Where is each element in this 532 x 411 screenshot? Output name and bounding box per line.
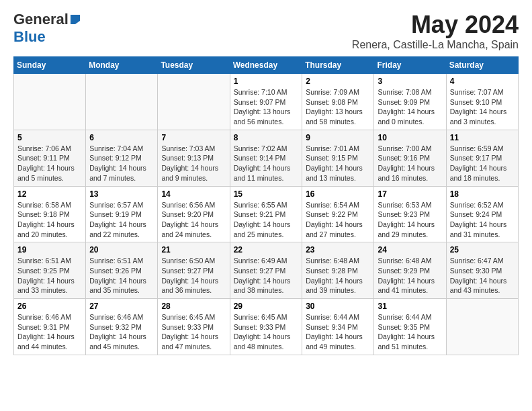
day-number: 28: [161, 302, 226, 311]
day-info: Sunrise: 7:06 AM Sunset: 9:11 PM Dayligh…: [17, 144, 82, 183]
calendar-cell: 28Sunrise: 6:45 AM Sunset: 9:33 PM Dayli…: [158, 299, 230, 355]
calendar-cell: 26Sunrise: 6:46 AM Sunset: 9:31 PM Dayli…: [14, 299, 86, 355]
calendar-cell: 3Sunrise: 7:08 AM Sunset: 9:09 PM Daylig…: [374, 74, 446, 130]
day-info: Sunrise: 7:07 AM Sunset: 9:10 PM Dayligh…: [450, 87, 515, 127]
day-number: 1: [234, 77, 299, 86]
day-info: Sunrise: 6:47 AM Sunset: 9:30 PM Dayligh…: [450, 256, 515, 295]
day-info: Sunrise: 6:51 AM Sunset: 9:26 PM Dayligh…: [89, 256, 154, 295]
day-info: Sunrise: 6:52 AM Sunset: 9:24 PM Dayligh…: [450, 200, 515, 240]
calendar-cell: 12Sunrise: 6:58 AM Sunset: 9:18 PM Dayli…: [14, 186, 86, 242]
calendar-cell: 13Sunrise: 6:57 AM Sunset: 9:19 PM Dayli…: [86, 186, 158, 242]
day-number: 19: [17, 245, 82, 255]
day-number: 8: [234, 133, 299, 142]
header: General Blue May 2024 Renera, Castille-L…: [13, 11, 519, 51]
day-info: Sunrise: 6:51 AM Sunset: 9:25 PM Dayligh…: [17, 256, 82, 295]
weekday-header-sunday: Sunday: [14, 57, 86, 74]
day-info: Sunrise: 6:46 AM Sunset: 9:32 PM Dayligh…: [89, 312, 154, 352]
calendar-cell: 4Sunrise: 7:07 AM Sunset: 9:10 PM Daylig…: [446, 74, 518, 130]
weekday-header-wednesday: Wednesday: [230, 57, 302, 74]
calendar-cell: 24Sunrise: 6:48 AM Sunset: 9:29 PM Dayli…: [374, 242, 446, 299]
day-info: Sunrise: 6:44 AM Sunset: 9:34 PM Dayligh…: [306, 312, 370, 352]
day-number: 14: [161, 189, 226, 199]
day-number: 17: [378, 189, 442, 199]
calendar-header-row: SundayMondayTuesdayWednesdayThursdayFrid…: [14, 57, 519, 74]
calendar-table: SundayMondayTuesdayWednesdayThursdayFrid…: [13, 56, 519, 355]
calendar-week-row: 26Sunrise: 6:46 AM Sunset: 9:31 PM Dayli…: [14, 299, 519, 355]
day-number: 15: [234, 189, 299, 199]
day-number: 22: [234, 245, 299, 255]
day-info: Sunrise: 6:44 AM Sunset: 9:35 PM Dayligh…: [378, 312, 442, 352]
day-info: Sunrise: 6:48 AM Sunset: 9:29 PM Dayligh…: [378, 256, 442, 295]
calendar-week-row: 12Sunrise: 6:58 AM Sunset: 9:18 PM Dayli…: [14, 186, 519, 242]
svg-marker-0: [71, 15, 80, 24]
calendar-cell: 11Sunrise: 6:59 AM Sunset: 9:17 PM Dayli…: [446, 130, 518, 186]
calendar-cell: 9Sunrise: 7:01 AM Sunset: 9:15 PM Daylig…: [302, 130, 374, 186]
day-info: Sunrise: 6:54 AM Sunset: 9:22 PM Dayligh…: [306, 200, 370, 240]
logo-blue-text: Blue: [13, 28, 46, 46]
day-info: Sunrise: 7:09 AM Sunset: 9:08 PM Dayligh…: [306, 87, 370, 127]
day-number: 26: [17, 302, 82, 311]
day-info: Sunrise: 6:45 AM Sunset: 9:33 PM Dayligh…: [161, 312, 226, 352]
calendar-title: May 2024: [352, 11, 519, 39]
calendar-cell: 29Sunrise: 6:45 AM Sunset: 9:33 PM Dayli…: [230, 299, 302, 355]
day-info: Sunrise: 6:58 AM Sunset: 9:18 PM Dayligh…: [17, 200, 82, 240]
day-info: Sunrise: 7:03 AM Sunset: 9:13 PM Dayligh…: [161, 144, 226, 183]
calendar-cell: 31Sunrise: 6:44 AM Sunset: 9:35 PM Dayli…: [374, 299, 446, 355]
calendar-cell: 14Sunrise: 6:56 AM Sunset: 9:20 PM Dayli…: [158, 186, 230, 242]
day-number: 30: [306, 302, 370, 311]
day-info: Sunrise: 7:10 AM Sunset: 9:07 PM Dayligh…: [234, 87, 299, 127]
day-number: 23: [306, 245, 370, 255]
day-info: Sunrise: 6:57 AM Sunset: 9:19 PM Dayligh…: [89, 200, 154, 240]
calendar-cell: 19Sunrise: 6:51 AM Sunset: 9:25 PM Dayli…: [14, 242, 86, 299]
day-number: 2: [306, 77, 370, 86]
calendar-subtitle: Renera, Castille-La Mancha, Spain: [352, 39, 519, 51]
calendar-cell: 15Sunrise: 6:55 AM Sunset: 9:21 PM Dayli…: [230, 186, 302, 242]
calendar-cell: 18Sunrise: 6:52 AM Sunset: 9:24 PM Dayli…: [446, 186, 518, 242]
day-number: 3: [378, 77, 442, 86]
weekday-header-tuesday: Tuesday: [158, 57, 230, 74]
calendar-cell: [86, 74, 158, 130]
calendar-week-row: 5Sunrise: 7:06 AM Sunset: 9:11 PM Daylig…: [14, 130, 519, 186]
calendar-cell: 21Sunrise: 6:50 AM Sunset: 9:27 PM Dayli…: [158, 242, 230, 299]
calendar-cell: 27Sunrise: 6:46 AM Sunset: 9:32 PM Dayli…: [86, 299, 158, 355]
day-info: Sunrise: 6:59 AM Sunset: 9:17 PM Dayligh…: [450, 144, 515, 183]
day-number: 21: [161, 245, 226, 255]
calendar-cell: 16Sunrise: 6:54 AM Sunset: 9:22 PM Dayli…: [302, 186, 374, 242]
day-info: Sunrise: 6:56 AM Sunset: 9:20 PM Dayligh…: [161, 200, 226, 240]
day-number: 12: [17, 189, 82, 199]
calendar-cell: 22Sunrise: 6:49 AM Sunset: 9:27 PM Dayli…: [230, 242, 302, 299]
calendar-cell: 5Sunrise: 7:06 AM Sunset: 9:11 PM Daylig…: [14, 130, 86, 186]
calendar-cell: 23Sunrise: 6:48 AM Sunset: 9:28 PM Dayli…: [302, 242, 374, 299]
day-number: 6: [89, 133, 154, 142]
day-info: Sunrise: 6:53 AM Sunset: 9:23 PM Dayligh…: [378, 200, 442, 240]
day-info: Sunrise: 7:01 AM Sunset: 9:15 PM Dayligh…: [306, 144, 370, 183]
day-info: Sunrise: 7:04 AM Sunset: 9:12 PM Dayligh…: [89, 144, 154, 183]
weekday-header-saturday: Saturday: [446, 57, 518, 74]
day-number: 16: [306, 189, 370, 199]
day-number: 5: [17, 133, 82, 142]
calendar-cell: [14, 74, 86, 130]
calendar-cell: 30Sunrise: 6:44 AM Sunset: 9:34 PM Dayli…: [302, 299, 374, 355]
day-info: Sunrise: 7:02 AM Sunset: 9:14 PM Dayligh…: [234, 144, 299, 183]
calendar-cell: 25Sunrise: 6:47 AM Sunset: 9:30 PM Dayli…: [446, 242, 518, 299]
day-info: Sunrise: 7:00 AM Sunset: 9:16 PM Dayligh…: [378, 144, 442, 183]
calendar-week-row: 19Sunrise: 6:51 AM Sunset: 9:25 PM Dayli…: [14, 242, 519, 299]
day-number: 4: [450, 77, 515, 86]
day-number: 7: [161, 133, 226, 142]
day-number: 10: [378, 133, 442, 142]
calendar-cell: [446, 299, 518, 355]
title-block: May 2024 Renera, Castille-La Mancha, Spa…: [352, 11, 519, 51]
calendar-cell: 10Sunrise: 7:00 AM Sunset: 9:16 PM Dayli…: [374, 130, 446, 186]
calendar-week-row: 1Sunrise: 7:10 AM Sunset: 9:07 PM Daylig…: [14, 74, 519, 130]
day-number: 9: [306, 133, 370, 142]
calendar-cell: 8Sunrise: 7:02 AM Sunset: 9:14 PM Daylig…: [230, 130, 302, 186]
logo-general-text: General: [13, 11, 69, 28]
day-info: Sunrise: 6:49 AM Sunset: 9:27 PM Dayligh…: [234, 256, 299, 295]
day-info: Sunrise: 6:46 AM Sunset: 9:31 PM Dayligh…: [17, 312, 82, 352]
weekday-header-monday: Monday: [86, 57, 158, 74]
calendar-cell: [158, 74, 230, 130]
calendar-cell: 2Sunrise: 7:09 AM Sunset: 9:08 PM Daylig…: [302, 74, 374, 130]
calendar-cell: 1Sunrise: 7:10 AM Sunset: 9:07 PM Daylig…: [230, 74, 302, 130]
day-number: 18: [450, 189, 515, 199]
day-number: 13: [89, 189, 154, 199]
